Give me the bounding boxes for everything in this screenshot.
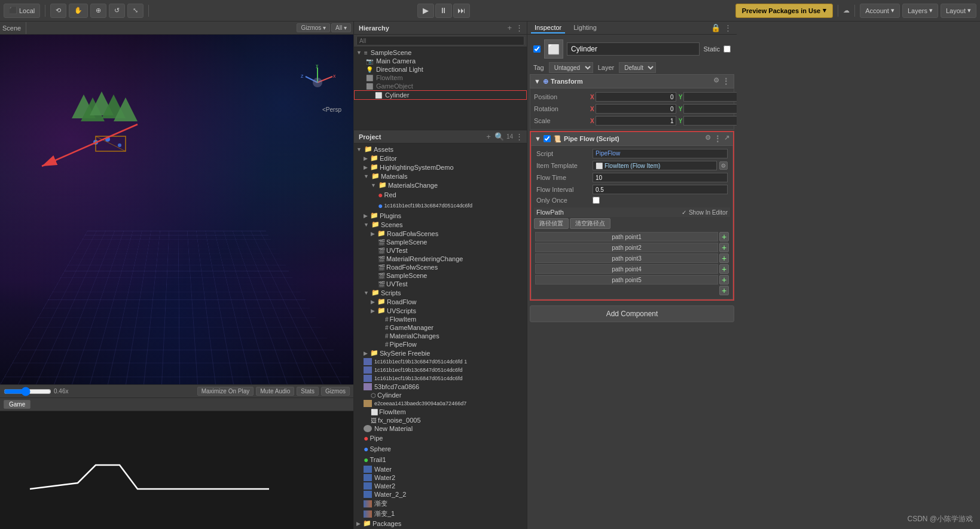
- proj-item-uvscripts[interactable]: ▶ 📁 UVScripts: [354, 306, 527, 315]
- gizmos-btn[interactable]: Gizmos ▾: [297, 23, 330, 32]
- proj-item-assets[interactable]: ▼ 📁 Assets: [354, 145, 527, 154]
- item-template-pick-btn[interactable]: ⊙: [719, 161, 728, 170]
- static-checkbox[interactable]: [723, 45, 731, 53]
- proj-item-uvtest2[interactable]: 🎬 UVTest: [354, 280, 527, 288]
- path-point-3-input[interactable]: [535, 253, 718, 263]
- pipe-flow-extra-icon[interactable]: ↗: [724, 134, 729, 143]
- proj-item-roadfolwscenes2[interactable]: 🎬 RoadFolwScenes: [354, 263, 527, 271]
- flow-interval-input[interactable]: [593, 185, 728, 194]
- path-point-1-input[interactable]: [535, 232, 718, 241]
- tag-select[interactable]: Untagged: [549, 62, 593, 73]
- path-point-add-btn[interactable]: +: [719, 286, 729, 295]
- path-point-1-add-btn[interactable]: +: [719, 232, 729, 241]
- account-btn[interactable]: Account ▾: [860, 4, 900, 18]
- proj-item-plugins[interactable]: ▶ 📁 Plugins: [354, 211, 527, 220]
- proj-item-uvtest[interactable]: 🎬 UVTest: [354, 246, 527, 255]
- hierarchy-search-input[interactable]: [356, 36, 524, 45]
- layers-btn[interactable]: Layers ▾: [902, 4, 938, 18]
- inspector-more-btn[interactable]: ⋮: [723, 24, 733, 32]
- clear-path-btn[interactable]: 清空路径点: [570, 218, 610, 229]
- proj-item-1c161b3[interactable]: 1c161b1ecf19b13c6847d051c4dc6fd: [354, 374, 527, 383]
- proj-item-water22[interactable]: Water_2_2: [354, 490, 527, 499]
- proj-item-materialchanges[interactable]: # MaterialChanges: [354, 332, 527, 340]
- lighting-tab[interactable]: Lighting: [570, 23, 600, 33]
- set-path-btn[interactable]: 路径侦置: [534, 218, 569, 229]
- only-once-checkbox[interactable]: [593, 197, 600, 204]
- stats-btn[interactable]: Stats: [297, 387, 319, 396]
- pipe-flow-menu-icon[interactable]: ⋮: [713, 134, 722, 143]
- mute-audio-btn[interactable]: Mute Audio: [256, 387, 294, 396]
- all-btn[interactable]: All ▾: [331, 23, 351, 32]
- project-search-btn[interactable]: 🔍: [493, 133, 505, 140]
- transform-cog-icon[interactable]: ⚙: [713, 77, 719, 86]
- flow-time-input[interactable]: [593, 173, 728, 182]
- proj-item-highlighting[interactable]: ▶ 📁 HighlightingSystemDemo: [354, 163, 527, 172]
- path-point-2-add-btn[interactable]: +: [719, 243, 729, 252]
- rotation-y-input[interactable]: [683, 104, 737, 114]
- layer-select[interactable]: Default: [619, 62, 656, 73]
- proj-item-materialschange[interactable]: ▼ 📁 MaterialsChange: [354, 181, 527, 189]
- transform-component-header[interactable]: ▼ ⊕ Transform ⚙ ⋮: [530, 74, 734, 88]
- hier-item-cylinder[interactable]: ⬜ Cylinder: [354, 90, 527, 100]
- preview-packages-btn[interactable]: Preview Packages in Use ▾: [735, 4, 833, 18]
- pipe-flow-active-checkbox[interactable]: [544, 135, 551, 142]
- layout-btn[interactable]: Layout ▾: [941, 4, 976, 18]
- add-component-button[interactable]: Add Component: [530, 305, 734, 322]
- gizmos-bottom-btn[interactable]: Gizmos: [321, 387, 350, 396]
- proj-item-pipeflow-script[interactable]: # PipeFlow: [354, 340, 527, 348]
- proj-item-pipe[interactable]: ● Pipe: [354, 433, 527, 444]
- tool-select[interactable]: ✋: [69, 4, 88, 18]
- scene-view-tab[interactable]: Scene: [2, 25, 21, 32]
- transform-menu-icon[interactable]: ⋮: [722, 77, 730, 86]
- hier-item-flowitem[interactable]: ⬜ FlowItem: [354, 74, 527, 82]
- pipe-flow-header[interactable]: ▼ 📜 Pipe Flow (Script) ⚙ ⋮ ↗: [531, 132, 733, 146]
- proj-item-flowitem-script[interactable]: # FlowItem: [354, 315, 527, 323]
- maximize-on-play-btn[interactable]: Maximize On Play: [197, 387, 254, 396]
- proj-item-packages[interactable]: ▶ 📁 Packages: [354, 519, 527, 528]
- position-x-input[interactable]: [596, 92, 676, 102]
- proj-item-water2b[interactable]: Water2: [354, 482, 527, 490]
- game-tab[interactable]: Game: [4, 400, 30, 409]
- proj-item-editor[interactable]: ▶ 📁 Editor: [354, 154, 527, 163]
- proj-item-flowitem-prefab[interactable]: ⬜ FlowItem: [354, 408, 527, 416]
- proj-item-cylinder-mesh[interactable]: ⬡ Cylinder: [354, 391, 527, 399]
- proj-item-scenes[interactable]: ▼ 📁 Scenes: [354, 220, 527, 229]
- inspector-tab[interactable]: Inspector: [531, 23, 565, 33]
- proj-item-jianbian1[interactable]: 渐变_1: [354, 509, 527, 519]
- inspector-lock-btn[interactable]: 🔒: [710, 24, 722, 32]
- proj-item-samplescene-scene[interactable]: 🎬 SampleScene: [354, 238, 527, 246]
- hierarchy-menu-btn[interactable]: ⋮: [514, 24, 524, 32]
- proj-item-1c161b2[interactable]: 1c161b1ecf19b13c6847d051c4dc6fd: [354, 366, 527, 374]
- scale-y-input[interactable]: [683, 116, 737, 126]
- proj-item-jianbian[interactable]: 渐变: [354, 499, 527, 509]
- proj-item-red[interactable]: ● Red: [354, 189, 527, 200]
- proj-item-fxnoise[interactable]: 🖼 fx_noise_0005: [354, 416, 527, 424]
- object-name-input[interactable]: [567, 42, 700, 56]
- pipe-flow-cog-icon[interactable]: ⚙: [705, 134, 711, 143]
- hierarchy-add-btn[interactable]: +: [506, 24, 513, 32]
- path-point-4-add-btn[interactable]: +: [719, 264, 729, 274]
- position-y-input[interactable]: [683, 92, 737, 102]
- pause-button[interactable]: ⏸: [435, 4, 452, 18]
- play-button[interactable]: ▶: [417, 4, 434, 18]
- path-point-3-add-btn[interactable]: +: [719, 253, 729, 263]
- proj-item-scripts[interactable]: ▼ 📁 Scripts: [354, 288, 527, 297]
- path-point-5-add-btn[interactable]: +: [719, 275, 729, 285]
- step-button[interactable]: ⏭: [453, 4, 470, 18]
- scale-x-input[interactable]: [596, 116, 676, 126]
- object-active-checkbox[interactable]: [533, 45, 541, 53]
- tool-rotate[interactable]: ↺: [109, 4, 125, 18]
- tool-move[interactable]: ⊕: [90, 4, 106, 18]
- rotation-x-input[interactable]: [596, 104, 676, 114]
- path-point-5-input[interactable]: [535, 275, 718, 285]
- path-point-2-input[interactable]: [535, 243, 718, 252]
- proj-item-water[interactable]: Water: [354, 465, 527, 473]
- hier-item-gameobject[interactable]: ⬜ GameObject: [354, 82, 527, 90]
- proj-item-trail1[interactable]: ● Trail1: [354, 454, 527, 465]
- proj-item-roadflow[interactable]: ▶ 📁 RoadFlow: [354, 297, 527, 306]
- transform-btn[interactable]: ⟲: [50, 4, 66, 18]
- proj-item-roadfolwscenes[interactable]: ▶ 📁 RoadFolwScenes: [354, 229, 527, 238]
- proj-item-1c161b[interactable]: ● 1c161b1ecf19b13c6847d051c4dc6fd: [354, 200, 527, 211]
- hier-item-maincamera[interactable]: 📷 Main Camera: [354, 57, 527, 65]
- proj-item-water2a[interactable]: Water2: [354, 473, 527, 482]
